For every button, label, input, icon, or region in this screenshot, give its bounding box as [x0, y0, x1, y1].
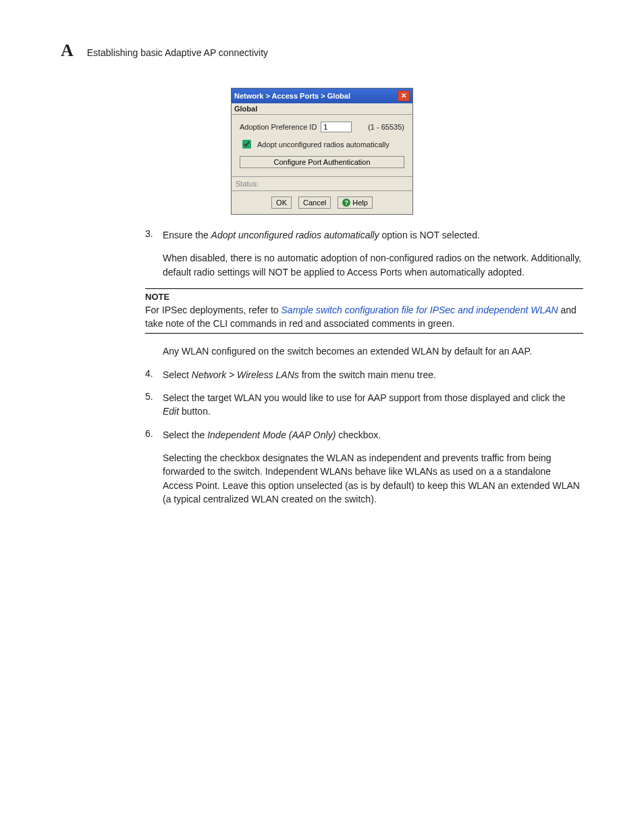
- adoption-input[interactable]: [321, 122, 352, 132]
- steps-list-cont: Any WLAN configured on the switch become…: [145, 344, 583, 506]
- dialog-titlebar: Network > Access Ports > Global ✕: [232, 88, 412, 103]
- global-dialog: Network > Access Ports > Global ✕ Global…: [231, 88, 413, 215]
- status-bar: Status:: [232, 176, 412, 190]
- step-4: 4. Select Network > Wireless LANs from t…: [145, 368, 583, 382]
- dialog-body: Adoption Preference ID (1 - 65535) Adopt…: [232, 115, 412, 176]
- step6-b: checkbox.: [336, 429, 381, 440]
- spacer: [145, 344, 163, 358]
- step3-text-a: Ensure the: [163, 230, 211, 240]
- note-rule-bottom: [145, 333, 583, 334]
- step5-a: Select the target WLAN you would like to…: [163, 392, 566, 403]
- step5-em: Edit: [163, 406, 179, 417]
- step5-b: button.: [179, 406, 211, 417]
- body-content: 3. Ensure the Adopt unconfigured radios …: [145, 228, 583, 506]
- note-link[interactable]: Sample switch configuration file for IPS…: [281, 305, 558, 315]
- step-number: 5.: [145, 391, 163, 419]
- step6-para2: Selecting the checkbox designates the WL…: [163, 451, 583, 506]
- appendix-letter: A: [61, 41, 74, 61]
- auto-adopt-row: Adopt unconfigured radios automatically: [240, 138, 404, 151]
- dialog-tab[interactable]: Global: [232, 103, 412, 115]
- auto-adopt-checkbox[interactable]: [242, 140, 251, 149]
- help-button[interactable]: ? Help: [338, 197, 373, 209]
- between-text: Any WLAN configured on the switch become…: [163, 344, 583, 358]
- step-6: 6. Select the Independent Mode (AAP Only…: [145, 428, 583, 506]
- page-header: A Establishing basic Adaptive AP connect…: [61, 41, 583, 61]
- step4-b: from the switch main menu tree.: [299, 369, 436, 380]
- note-label: NOTE: [145, 292, 583, 302]
- step-number: 6.: [145, 428, 163, 506]
- step6-a: Select the: [163, 429, 207, 440]
- step-number: 3.: [145, 228, 163, 279]
- step3-em: Adopt unconfigured radios automatically: [211, 230, 379, 240]
- page-title: Establishing basic Adaptive AP connectiv…: [87, 47, 268, 58]
- note-text: For IPSec deployments, refer to Sample s…: [145, 303, 583, 331]
- dialog-screenshot: Network > Access Ports > Global ✕ Global…: [61, 88, 583, 215]
- step3-para2: When disabled, there is no automatic ado…: [163, 251, 583, 279]
- step-number: 4.: [145, 368, 163, 382]
- dialog-breadcrumb: Network > Access Ports > Global: [234, 92, 350, 100]
- step4-em: Network > Wireless LANs: [192, 369, 299, 380]
- intermediate-text-row: Any WLAN configured on the switch become…: [145, 344, 583, 358]
- port-auth-button[interactable]: Configure Port Authentication: [240, 156, 404, 168]
- step3-text-b: option is NOT selected.: [379, 230, 480, 240]
- note-rule-top: [145, 288, 583, 289]
- help-label: Help: [352, 199, 368, 207]
- note-block: NOTE For IPSec deployments, refer to Sam…: [145, 288, 583, 334]
- adoption-range: (1 - 65535): [368, 123, 404, 131]
- cancel-button[interactable]: Cancel: [298, 197, 331, 209]
- steps-list: 3. Ensure the Adopt unconfigured radios …: [145, 228, 583, 279]
- dialog-footer: OK Cancel ? Help: [232, 190, 412, 214]
- step6-em: Independent Mode (AAP Only): [207, 429, 336, 440]
- help-icon: ?: [342, 199, 350, 207]
- close-icon[interactable]: ✕: [398, 90, 410, 101]
- step-3: 3. Ensure the Adopt unconfigured radios …: [145, 228, 583, 279]
- auto-adopt-label: Adopt unconfigured radios automatically: [257, 140, 390, 149]
- adoption-label: Adoption Preference ID: [240, 123, 317, 131]
- step4-a: Select: [163, 369, 192, 380]
- note-pre: For IPSec deployments, refer to: [145, 305, 281, 315]
- ok-button[interactable]: OK: [271, 197, 292, 209]
- adoption-row: Adoption Preference ID (1 - 65535): [240, 122, 404, 132]
- step-5: 5. Select the target WLAN you would like…: [145, 391, 583, 419]
